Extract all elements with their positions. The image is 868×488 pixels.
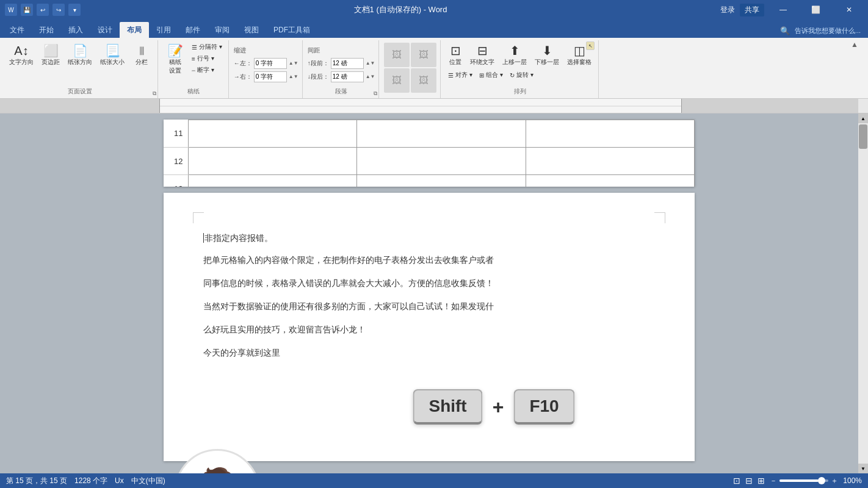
spacing-after-arrow[interactable]: ▲▼ bbox=[366, 74, 375, 79]
indent-left-input[interactable] bbox=[254, 58, 287, 69]
table-cell-12-2[interactable] bbox=[357, 148, 526, 175]
send-backward-button[interactable]: ⬇ 下移一层 bbox=[532, 41, 562, 68]
table-cell-12-3[interactable] bbox=[526, 148, 695, 175]
redo-icon[interactable]: ↪ bbox=[52, 4, 65, 16]
ribbon-group-draft: 📝 稿纸 设置 ☰ 分隔符 ▾ ≡ 行号 ▾ ⎓ 断字 ▾ 稿纸 bbox=[159, 40, 229, 98]
orientation-button[interactable]: 📄 纸张方向 bbox=[65, 41, 95, 68]
language-indicator[interactable]: 中文(中国) bbox=[131, 476, 165, 486]
tab-view[interactable]: 视图 bbox=[237, 22, 266, 38]
layout-icon-1[interactable]: ⊡ bbox=[733, 476, 740, 486]
break-line-hyphen-col: ☰ 分隔符 ▾ ≡ 行号 ▾ ⎓ 断字 ▾ bbox=[189, 41, 225, 76]
line-number-icon: ≡ bbox=[192, 56, 195, 62]
doc-para-1[interactable]: 非指定内容报错。 bbox=[204, 229, 273, 246]
tab-mailings[interactable]: 邮件 bbox=[178, 22, 208, 38]
main-area: 11 12 13 bbox=[0, 113, 868, 473]
table-cell-13-3[interactable] bbox=[526, 175, 695, 187]
ruler-left-margin bbox=[0, 99, 160, 113]
table-cell-13-1[interactable] bbox=[188, 175, 357, 187]
doc-para-6[interactable]: 今天的分享就到这里 bbox=[203, 344, 655, 361]
customize-qat-icon[interactable]: ▾ bbox=[68, 4, 81, 16]
doc-para-5[interactable]: 么好玩且实用的技巧，欢迎留言告诉小龙！ bbox=[203, 321, 655, 338]
spacing-before-input[interactable] bbox=[331, 58, 364, 69]
close-button[interactable]: ✕ bbox=[835, 0, 863, 20]
tab-design[interactable]: 设计 bbox=[90, 22, 120, 38]
page-corner-tl bbox=[193, 212, 204, 223]
spacing-group-label-bottom: 段落 bbox=[304, 87, 379, 96]
zoom-slider[interactable]: － ＋ bbox=[770, 476, 838, 486]
vertical-scrollbar[interactable]: ▲ ▼ bbox=[858, 113, 868, 473]
indent-right-arrow[interactable]: ▲▼ bbox=[289, 74, 298, 79]
margins-button[interactable]: ⬜ 页边距 bbox=[38, 41, 63, 68]
position-icon: ⊡ bbox=[450, 43, 461, 58]
select-pane-button[interactable]: ◫ 选择窗格 ↖ bbox=[564, 41, 595, 68]
save-icon[interactable]: 💾 bbox=[21, 4, 33, 16]
zoom-minus-button[interactable]: － bbox=[770, 476, 777, 486]
hyphenation-button[interactable]: ⎓ 断字 ▾ bbox=[189, 65, 225, 76]
break-button[interactable]: ☰ 分隔符 ▾ bbox=[189, 41, 225, 52]
scroll-thumb[interactable] bbox=[859, 124, 867, 149]
indent-left-arrow[interactable]: ▲▼ bbox=[289, 60, 298, 66]
scroll-up-arrow[interactable]: ▲ bbox=[858, 113, 868, 123]
zoom-bar-fill bbox=[779, 479, 819, 482]
tab-references[interactable]: 引用 bbox=[149, 22, 178, 38]
tab-insert[interactable]: 插入 bbox=[61, 22, 90, 38]
ribbon-collapse-button[interactable]: ▲ bbox=[851, 40, 858, 49]
tab-home[interactable]: 开始 bbox=[32, 22, 61, 38]
text-direction-button[interactable]: A↕ 文字方向 bbox=[6, 41, 37, 68]
share-button[interactable]: 共享 bbox=[740, 4, 764, 16]
indent-left-label: ←左： bbox=[234, 59, 252, 68]
paper-size-button[interactable]: 📃 纸张大小 bbox=[97, 41, 128, 68]
page-info: 第 15 页，共 15 页 bbox=[6, 476, 67, 486]
table-cell-11-3[interactable] bbox=[526, 120, 695, 148]
tab-layout[interactable]: 布局 bbox=[120, 22, 149, 38]
titlebar-left: W 💾 ↩ ↪ ▾ bbox=[5, 4, 81, 16]
position-button[interactable]: ⊡ 位置 bbox=[446, 41, 465, 68]
zoom-percent[interactable]: 100% bbox=[843, 476, 862, 485]
tab-review[interactable]: 审阅 bbox=[208, 22, 237, 38]
layout-icon-2[interactable]: ⊟ bbox=[745, 476, 753, 486]
undo-icon[interactable]: ↩ bbox=[37, 4, 49, 16]
table-cell-12-1[interactable] bbox=[188, 148, 357, 175]
rotate-icon: ↻ bbox=[510, 72, 515, 79]
tab-file[interactable]: 文件 bbox=[2, 22, 32, 38]
hyphenation-icon: ⎓ bbox=[192, 67, 195, 74]
table-cell-11-2[interactable] bbox=[357, 120, 526, 148]
group-button[interactable]: ⊞ 组合 ▾ bbox=[477, 70, 505, 81]
rotate-button[interactable]: ↻ 旋转 ▾ bbox=[507, 70, 536, 81]
zoom-plus-button[interactable]: ＋ bbox=[831, 476, 838, 486]
spacing-before-arrow[interactable]: ▲▼ bbox=[366, 60, 375, 66]
zoom-thumb[interactable] bbox=[818, 477, 825, 484]
tell-me-input[interactable]: 告诉我您想要做什么... bbox=[795, 26, 861, 35]
indent-right-input[interactable] bbox=[254, 71, 287, 82]
layout-icon-3[interactable]: ⊞ bbox=[758, 476, 765, 486]
doc-para-3[interactable]: 同事信息的时候，表格录入错误的几率就会大大减小。方便的信息收集反馈！ bbox=[203, 274, 655, 292]
restore-button[interactable]: ⬜ bbox=[802, 0, 830, 20]
login-button[interactable]: 登录 bbox=[720, 5, 735, 15]
table-cell-11-1[interactable] bbox=[188, 120, 357, 148]
doc-para-2[interactable]: 把单元格输入的内容做个限定，在把制作好的电子表格分发出去收集客户或者 bbox=[203, 251, 655, 268]
spacing-after-input[interactable] bbox=[331, 71, 364, 82]
align-button[interactable]: ☰ 对齐 ▾ bbox=[446, 70, 475, 81]
f10-key: F10 bbox=[513, 389, 574, 425]
scroll-down-arrow[interactable]: ▼ bbox=[858, 464, 868, 473]
spacing-after-row: ↓段后： ▲▼ bbox=[308, 71, 375, 82]
bring-forward-button[interactable]: ⬆ 上移一层 bbox=[499, 41, 530, 68]
image-icon-2: 🖼 bbox=[384, 68, 410, 93]
zoom-bar[interactable] bbox=[779, 479, 828, 482]
wrap-text-button[interactable]: ⊟ 环绕文字 bbox=[467, 41, 497, 68]
image-icon-3: 🖼 bbox=[411, 43, 436, 67]
ruler-content bbox=[160, 99, 681, 113]
draft-paper-button[interactable]: 📝 稿纸 设置 bbox=[163, 41, 187, 77]
line-number-button[interactable]: ≡ 行号 ▾ bbox=[189, 53, 225, 64]
minimize-button[interactable]: — bbox=[769, 0, 797, 20]
table-cell-13-2[interactable] bbox=[357, 175, 526, 187]
send-backward-icon: ⬇ bbox=[542, 43, 552, 58]
paragraph-expand-icon[interactable]: ⧉ bbox=[374, 90, 377, 97]
columns-button[interactable]: ⫴ 分栏 bbox=[129, 41, 154, 68]
row-num-13: 13 bbox=[164, 175, 188, 187]
tab-pdf-tools[interactable]: PDF工具箱 bbox=[266, 22, 317, 38]
paper-size-icon: 📃 bbox=[105, 43, 120, 58]
page-setup-expand-icon[interactable]: ⧉ bbox=[153, 90, 156, 97]
doc-para-4[interactable]: 当然对于数据验证的使用还有很多别的方面，大家可以自己试试！如果发现什 bbox=[203, 298, 655, 315]
image-icon-1: 🖼 bbox=[384, 43, 410, 67]
